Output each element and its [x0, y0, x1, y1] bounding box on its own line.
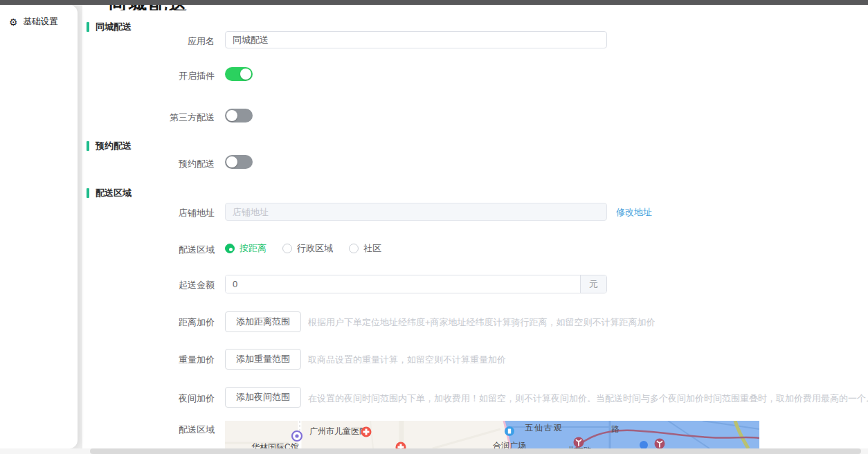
sidebar-item-basic-settings[interactable]: ⚙ 基础设置	[0, 5, 78, 28]
enable-plugin-toggle[interactable]	[225, 67, 253, 81]
third-party-toggle[interactable]	[225, 109, 253, 122]
section-header-city-delivery: 同城配送	[87, 21, 132, 33]
min-amount-input[interactable]	[226, 275, 580, 293]
booking-delivery-label: 预约配送	[104, 158, 215, 170]
metro-station-icon	[655, 439, 665, 449]
gear-icon: ⚙	[9, 17, 18, 27]
min-amount-label: 起送金额	[104, 279, 215, 291]
map-street	[370, 421, 373, 448]
radio-dot-icon	[349, 244, 359, 253]
modify-address-link[interactable]: 修改地址	[616, 206, 652, 219]
poi-wuxian-label: 五仙古观	[525, 423, 563, 433]
map-street	[433, 429, 500, 448]
weight-markup-hint: 取商品设置的重量计算，如留空则不计算重量加价	[308, 354, 862, 366]
section-accent-bar	[87, 141, 89, 151]
shop-address-input[interactable]	[225, 203, 607, 221]
shop-address-label: 店铺地址	[104, 207, 215, 219]
currency-unit-suffix: 元	[580, 275, 606, 293]
section-header-booking-delivery: 预约配送	[87, 140, 132, 152]
app-name-label: 应用名	[104, 35, 215, 48]
toggle-knob	[226, 156, 237, 167]
section-accent-bar	[87, 188, 89, 198]
radio-community[interactable]: 社区	[349, 242, 381, 255]
area-mode-radio-group: 按距离 行政区域 社区	[225, 242, 381, 255]
horizontal-scrollbar-thumb[interactable]	[90, 448, 861, 454]
poi-hospital-label: 广州市儿童医院	[309, 426, 368, 436]
add-weight-range-button[interactable]: 添加重量范围	[225, 349, 301, 370]
booking-delivery-toggle[interactable]	[225, 155, 253, 169]
poi-herun-label: 合润广场	[493, 441, 526, 448]
sidebar: ⚙ 基础设置	[0, 5, 78, 448]
toggle-knob	[226, 110, 237, 121]
radio-admin-region[interactable]: 行政区域	[282, 242, 333, 255]
weight-markup-label: 重量加价	[104, 354, 215, 366]
min-amount-group: 元	[225, 275, 607, 293]
third-party-label: 第三方配送	[104, 111, 215, 124]
area-mode-label: 配送区域	[104, 244, 215, 256]
add-distance-range-button[interactable]: 添加距离范围	[225, 311, 301, 332]
section-header-delivery-area: 配送区域	[87, 187, 132, 199]
sidebar-item-label: 基础设置	[24, 16, 58, 28]
toggle-knob	[240, 69, 251, 80]
night-markup-hint: 在设置的夜间时间范围内下单，加收费用！如留空，则不计算夜间加价。当配送时间与多个…	[308, 392, 868, 405]
enable-plugin-label: 开启插件	[104, 70, 215, 82]
radio-dot-icon	[225, 244, 235, 253]
plaza-pin-icon	[505, 426, 514, 436]
distance-markup-label: 距离加价	[104, 316, 215, 329]
section-accent-bar	[87, 22, 89, 32]
top-window-bar	[0, 0, 868, 5]
delivery-area-map[interactable]: 广州市儿童医院 华林国际C馆 五仙古观 路 合润广场 北京路	[225, 421, 759, 448]
radio-by-distance[interactable]: 按距离	[225, 242, 266, 255]
poi-road-label: 路	[611, 424, 620, 434]
night-markup-label: 夜间加价	[104, 392, 215, 405]
add-night-range-button[interactable]: 添加夜间范围	[225, 387, 301, 408]
hospital-cross-icon	[396, 442, 406, 449]
map-area-label: 配送区域	[104, 424, 215, 436]
hospital-cross-icon	[361, 427, 372, 437]
app-name-input[interactable]	[225, 31, 607, 48]
distance-markup-hint: 根据用户下单定位地址经纬度+商家地址经纬度计算骑行距离，如留空则不计算距离加价	[308, 316, 862, 329]
poi-hualin-label: 华林国际C馆	[251, 442, 299, 448]
radio-dot-icon	[282, 244, 292, 253]
map-canvas: 广州市儿童医院 华林国际C馆 五仙古观 路 合润广场 北京路	[225, 421, 759, 448]
mall-pin-icon	[292, 431, 302, 441]
metro-station-icon	[574, 437, 584, 448]
